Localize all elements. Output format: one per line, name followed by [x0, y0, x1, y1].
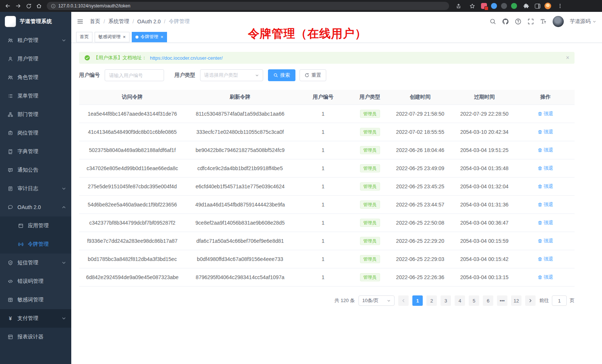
app-logo[interactable]: 芋道管理系统: [0, 12, 71, 31]
force-logout-button[interactable]: 强退: [538, 201, 553, 208]
breadcrumb-item[interactable]: 系统管理: [108, 18, 129, 25]
bookmark-star-icon[interactable]: [467, 1, 477, 11]
oauth-icon: [7, 204, 13, 210]
page-button-12[interactable]: 12: [511, 295, 521, 306]
sidebar-item-label: 菜单管理: [17, 93, 66, 99]
pager-more-button[interactable]: •••: [497, 295, 507, 306]
sidebar-item-notice[interactable]: 通知公告: [0, 161, 71, 179]
next-page-button[interactable]: [525, 295, 536, 306]
address-bar[interactable]: 127.0.0.1:1024/system/oauth2/token: [47, 2, 449, 10]
search-button[interactable]: 搜索: [268, 69, 295, 81]
force-logout-button[interactable]: 强退: [538, 238, 553, 244]
user-type-badge: 管理员: [360, 273, 380, 281]
sidebar-item-post[interactable]: 岗位管理: [0, 124, 71, 142]
force-logout-button[interactable]: 强退: [538, 147, 553, 153]
sidebar-item-oauth2-application[interactable]: 应用管理: [0, 216, 71, 235]
user-type-select[interactable]: 请选择用户类型: [200, 69, 263, 81]
tab-home[interactable]: 首页: [76, 32, 92, 42]
user-menu[interactable]: 芋道源码: [570, 18, 596, 25]
extension-icon-3[interactable]: [501, 3, 507, 9]
search-icon[interactable]: [490, 18, 496, 25]
tab-sensitive-word[interactable]: 敏感词管理×: [95, 32, 130, 42]
github-icon[interactable]: [502, 18, 509, 25]
sidebar-item-oauth2[interactable]: OAuth 2.0: [0, 198, 71, 216]
page-button-3[interactable]: 3: [441, 295, 451, 306]
chevron-up-icon: [61, 205, 66, 210]
sidebar-item-report-designer[interactable]: 报表设计器: [0, 328, 71, 346]
force-logout-button[interactable]: 强退: [538, 110, 553, 117]
user-type-badge: 管理员: [360, 146, 380, 154]
pagination: 共 120 条 10条/页 123456•••12 前往 页: [79, 295, 575, 306]
prev-page-button[interactable]: [398, 295, 409, 306]
refresh-token-cell: be90422b8c7946218275a508bf524fc9: [186, 147, 295, 153]
sidebar-item-sensitive-word[interactable]: 敏感词管理: [0, 291, 71, 309]
close-icon[interactable]: ×: [161, 34, 164, 39]
fullscreen-icon[interactable]: [527, 18, 534, 25]
extension-icon-2[interactable]: [491, 3, 497, 9]
fontsize-icon[interactable]: [540, 18, 547, 25]
alert-link[interactable]: https://doc.iocoder.cn/user-center/: [150, 55, 223, 61]
sidebar-item-role[interactable]: 角色管理: [0, 68, 71, 87]
close-icon[interactable]: ×: [123, 34, 126, 39]
page-button-6[interactable]: 6: [483, 295, 493, 306]
page-button-2[interactable]: 2: [426, 295, 437, 306]
extension-icon-1[interactable]: [481, 3, 487, 9]
menu-fold-icon[interactable]: [77, 18, 84, 25]
sidebar-item-sms[interactable]: 短信管理: [0, 254, 71, 272]
back-icon[interactable]: [3, 1, 13, 11]
user-id-cell: 1: [295, 238, 352, 244]
side-panel-icon[interactable]: [535, 4, 540, 9]
breadcrumb-item[interactable]: OAuth 2.0: [137, 19, 161, 24]
sidebar-item-pay[interactable]: ¥支付管理: [0, 309, 71, 328]
force-logout-button[interactable]: 强退: [538, 165, 553, 172]
user-avatar[interactable]: [553, 16, 564, 27]
access-token-cell: c347026e805e4d99b0d116eae66eda8c: [79, 165, 186, 171]
home-icon[interactable]: [34, 1, 44, 11]
reload-icon[interactable]: [24, 1, 33, 11]
forward-icon[interactable]: [13, 1, 23, 11]
table-row: 41c41346a548490f9dc8b01c6bfe0865333ecfc7…: [79, 123, 575, 141]
goto-page-input[interactable]: [552, 295, 567, 306]
page-button-4[interactable]: 4: [455, 295, 465, 306]
sidebar-item-audit-log[interactable]: 审计日志: [0, 179, 71, 198]
force-logout-label: 强退: [544, 238, 553, 244]
extension-icon-4[interactable]: [511, 3, 517, 9]
header-actions: 芋道源码: [490, 16, 596, 27]
force-logout-button[interactable]: 强退: [538, 219, 553, 226]
breadcrumb-item[interactable]: 首页: [90, 18, 100, 25]
sidebar-filler: [0, 346, 71, 364]
force-logout-button[interactable]: 强退: [538, 274, 553, 281]
page-button-5[interactable]: 5: [469, 295, 479, 306]
question-icon[interactable]: [515, 18, 521, 25]
share-icon[interactable]: [454, 1, 463, 11]
main-area: 首页/系统管理/OAuth 2.0/令牌管理 芋道源码 首页敏感词管理×令牌管理…: [71, 12, 602, 364]
force-logout-button[interactable]: 强退: [538, 256, 553, 262]
user-id-input[interactable]: [105, 69, 164, 81]
sidebar-item-label: 审计日志: [17, 185, 57, 192]
sidebar-item-label: 短信管理: [17, 259, 57, 266]
browser-menu-icon[interactable]: [555, 1, 565, 11]
report-icon: [7, 334, 13, 340]
sidebar-item-user[interactable]: 用户管理: [0, 50, 71, 68]
reset-button[interactable]: 重置: [300, 69, 326, 81]
sidebar-item-error-code[interactable]: 错误码管理: [0, 272, 71, 291]
page-button-1[interactable]: 1: [412, 295, 423, 306]
page-size-select[interactable]: 10条/页: [359, 295, 395, 306]
sidebar-item-menu[interactable]: 菜单管理: [0, 87, 71, 105]
site-info-icon[interactable]: [51, 4, 56, 9]
force-logout-button[interactable]: 强退: [538, 183, 553, 190]
user-type-badge: 管理员: [360, 182, 380, 191]
sidebar-item-dept[interactable]: 部门管理: [0, 105, 71, 124]
tab-oauth2-token[interactable]: 令牌管理×: [132, 32, 167, 42]
sidebar-item-tenant[interactable]: 租户管理: [0, 31, 71, 50]
browser-profile-avatar[interactable]: [544, 3, 551, 9]
force-logout-button[interactable]: 强退: [538, 129, 553, 135]
extensions-puzzle-icon[interactable]: [521, 1, 531, 11]
user-type-badge: 管理员: [360, 255, 380, 263]
close-icon[interactable]: ×: [566, 55, 569, 61]
sidebar-item-dict[interactable]: 字典管理: [0, 142, 71, 161]
sidebar-item-oauth2-token[interactable]: 令牌管理: [0, 235, 71, 254]
search-icon: [274, 73, 278, 77]
user-type-cell: 管理员: [351, 182, 388, 191]
action-cell: 强退: [517, 219, 575, 226]
